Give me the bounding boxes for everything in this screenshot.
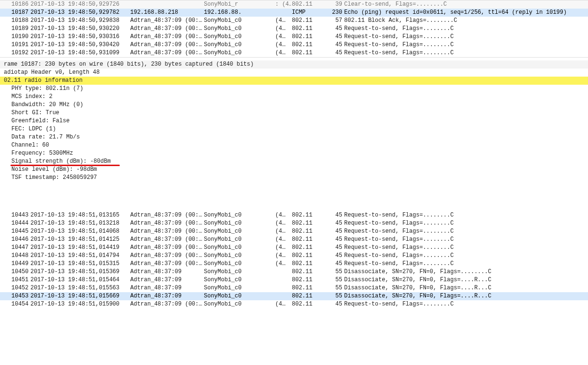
cell: 10452 bbox=[0, 284, 29, 292]
cell: Disassociate, SN=270, FN=0, Flags=......… bbox=[343, 268, 588, 276]
cell: Adtran_48:37:09 (00:… bbox=[129, 300, 203, 308]
detail-line[interactable]: Frequency: 5300MHz bbox=[0, 149, 588, 158]
table-row[interactable]: 104472017-10-13 19:48:51,014419Adtran_48… bbox=[0, 244, 588, 252]
cell: 45 bbox=[324, 25, 343, 33]
cell: (4… bbox=[274, 227, 291, 236]
cell: 45 bbox=[324, 227, 343, 236]
table-row[interactable]: 104432017-10-13 19:48:51,013165Adtran_48… bbox=[0, 211, 588, 219]
table-row[interactable]: 101862017-10-13 19:48:50,929726SonyMobi_… bbox=[0, 0, 588, 9]
table-row[interactable]: 104442017-10-13 19:48:51,013218Adtran_48… bbox=[0, 219, 588, 227]
cell: 10449 bbox=[0, 260, 29, 268]
cell: 802.11 bbox=[291, 33, 324, 41]
table-row[interactable]: 104502017-10-13 19:48:51,015369Adtran_48… bbox=[0, 268, 588, 276]
table-row[interactable]: 104482017-10-13 19:48:51,014794Adtran_48… bbox=[0, 252, 588, 260]
detail-line[interactable]: PHY type: 802.11n (7) bbox=[0, 85, 588, 93]
cell bbox=[274, 276, 291, 284]
table-row[interactable]: 104452017-10-13 19:48:51,014068Adtran_48… bbox=[0, 227, 588, 236]
cell: SonyMobi_c0 bbox=[203, 268, 258, 276]
detail-frame-line[interactable]: rame 10187: 230 bytes on wire (1840 bits… bbox=[0, 60, 588, 69]
detail-line[interactable]: Channel: 60 bbox=[0, 141, 588, 149]
cell: 192.168.88.218 bbox=[129, 9, 203, 17]
cell: Echo (ping) request id=0x0611, seq=1/256… bbox=[343, 9, 588, 17]
cell bbox=[258, 300, 274, 308]
cell: SonyMobi_c0 bbox=[203, 211, 258, 219]
detail-line[interactable]: Bandwidth: 20 MHz (0) bbox=[0, 101, 588, 109]
cell bbox=[274, 268, 291, 276]
cell: 2017-10-13 19:48:51,014419 bbox=[29, 244, 129, 252]
cell: 2017-10-13 19:48:51,013218 bbox=[29, 219, 129, 227]
cell: (4… bbox=[274, 244, 291, 252]
cell: 2017-10-13 19:48:50,930420 bbox=[29, 41, 129, 49]
cell: 10186 bbox=[0, 0, 29, 9]
cell: Adtran_48:37:09 (00:… bbox=[129, 25, 203, 33]
table-row[interactable]: 104522017-10-13 19:48:51,015563Adtran_48… bbox=[0, 284, 588, 292]
cell: Adtran_48:37:09 (00:… bbox=[129, 49, 203, 57]
cell: Adtran_48:37:09 (00:… bbox=[129, 17, 203, 25]
detail-line[interactable]: Data rate: 21.7 Mb/s bbox=[0, 133, 588, 141]
packet-list-bottom[interactable]: 104432017-10-13 19:48:51,013165Adtran_48… bbox=[0, 211, 588, 308]
cell: 10445 bbox=[0, 227, 29, 236]
cell: SonyMobi_c0 bbox=[203, 17, 258, 25]
cell: (4… bbox=[274, 211, 291, 219]
table-row[interactable]: 104512017-10-13 19:48:51,015464Adtran_48… bbox=[0, 276, 588, 284]
detail-tsf-timestamp[interactable]: TSF timestamp: 2458059297 bbox=[0, 174, 588, 182]
table-row[interactable]: 101902017-10-13 19:48:50,930316Adtran_48… bbox=[0, 33, 588, 41]
cell: Request-to-send, Flags=........C bbox=[343, 25, 588, 33]
detail-line[interactable]: Greenfield: False bbox=[0, 117, 588, 125]
table-row[interactable]: 101882017-10-13 19:48:50,929838Adtran_48… bbox=[0, 17, 588, 25]
cell: 802.11 bbox=[291, 260, 324, 268]
table-row[interactable]: 104492017-10-13 19:48:51,015315Adtran_48… bbox=[0, 260, 588, 268]
cell bbox=[258, 0, 274, 9]
cell: 2017-10-13 19:48:50,930220 bbox=[29, 25, 129, 33]
cell: 802.11 bbox=[291, 17, 324, 25]
cell: (4… bbox=[274, 252, 291, 260]
cell: SonyMobi_c0 bbox=[203, 25, 258, 33]
cell: 802.11 bbox=[291, 0, 324, 9]
table-row[interactable]: 104462017-10-13 19:48:51,014125Adtran_48… bbox=[0, 236, 588, 244]
cell: 802.11 bbox=[291, 41, 324, 49]
cell bbox=[258, 33, 274, 41]
cell: 802.11 bbox=[291, 49, 324, 57]
cell: 2017-10-13 19:48:51,013165 bbox=[29, 211, 129, 219]
cell bbox=[258, 41, 274, 49]
cell: 2017-10-13 19:48:50,930316 bbox=[29, 33, 129, 41]
table-row[interactable]: 104542017-10-13 19:48:51,015900Adtran_48… bbox=[0, 300, 588, 308]
cell bbox=[274, 284, 291, 292]
packet-detail-pane[interactable]: rame 10187: 230 bytes on wire (1840 bits… bbox=[0, 59, 588, 183]
packet-list-top[interactable]: 101862017-10-13 19:48:50,929726SonyMobi_… bbox=[0, 0, 588, 58]
detail-line[interactable]: FEC: LDPC (1) bbox=[0, 125, 588, 133]
detail-radio-header[interactable]: 02.11 radio information bbox=[0, 77, 588, 85]
cell bbox=[274, 292, 291, 300]
cell: Adtran_48:37:09 (00:… bbox=[129, 219, 203, 227]
cell: Request-to-send, Flags=........C bbox=[343, 211, 588, 219]
cell: 57 bbox=[324, 17, 343, 25]
detail-radiotap-line[interactable]: adiotap Header v0, Length 48 bbox=[0, 69, 588, 77]
cell: 39 bbox=[324, 0, 343, 9]
table-row[interactable]: 101892017-10-13 19:48:50,930220Adtran_48… bbox=[0, 25, 588, 33]
cell: 10189 bbox=[0, 25, 29, 33]
cell: SonyMobi_c0 bbox=[203, 276, 258, 284]
cell: 2017-10-13 19:48:51,015369 bbox=[29, 268, 129, 276]
detail-signal-strength[interactable]: Signal strength (dBm): -80dBm bbox=[0, 158, 588, 166]
detail-line[interactable]: MCS index: 2 bbox=[0, 93, 588, 101]
table-row[interactable]: 101872017-10-13 19:48:50,929782192.168.8… bbox=[0, 9, 588, 17]
cell: Adtran_48:37:09 (00:… bbox=[129, 227, 203, 236]
cell: SonyMobi_c0 bbox=[203, 49, 258, 57]
cell: 10192 bbox=[0, 49, 29, 57]
cell: 802.11 bbox=[291, 227, 324, 236]
cell: 2017-10-13 19:48:50,931099 bbox=[29, 49, 129, 57]
detail-noise-level[interactable]: Noise level (dBm): -98dBm bbox=[0, 166, 588, 174]
cell bbox=[258, 284, 274, 292]
table-row[interactable]: 101922017-10-13 19:48:50,931099Adtran_48… bbox=[0, 49, 588, 57]
cell: 10191 bbox=[0, 41, 29, 49]
cell: 10453 bbox=[0, 292, 29, 300]
table-row[interactable]: 101912017-10-13 19:48:50,930420Adtran_48… bbox=[0, 41, 588, 49]
detail-line[interactable]: Short GI: True bbox=[0, 109, 588, 117]
cell: 802.11 bbox=[291, 211, 324, 219]
cell: Adtran_48:37:09 (00:… bbox=[129, 252, 203, 260]
cell: SonyMobi_c0 bbox=[203, 41, 258, 49]
cell: Request-to-send, Flags=........C bbox=[343, 252, 588, 260]
cell bbox=[258, 260, 274, 268]
cell bbox=[258, 9, 274, 17]
table-row[interactable]: 104532017-10-13 19:48:51,015669Adtran_48… bbox=[0, 292, 588, 300]
